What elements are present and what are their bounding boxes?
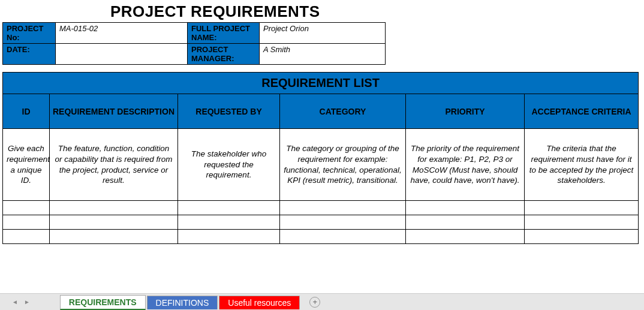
col-id: ID [3, 94, 50, 129]
value-date[interactable] [56, 44, 188, 65]
tab-requirements[interactable]: REQUIREMENTS [60, 295, 146, 310]
sheet-tab-bar: ◄ ► REQUIREMENTS DEFINITIONS Useful reso… [0, 293, 644, 310]
arrow-right-icon[interactable]: ► [24, 299, 30, 305]
hint-priority[interactable]: The priority of the requirement for exam… [406, 129, 525, 201]
tab-definitions[interactable]: DEFINITIONS [147, 296, 218, 309]
add-sheet-button[interactable]: + [309, 297, 320, 308]
label-project-no: PROJECT No: [3, 23, 56, 44]
col-req-by: REQUESTED BY [178, 94, 280, 129]
arrow-left-icon[interactable]: ◄ [12, 299, 18, 305]
label-date: DATE: [3, 44, 56, 65]
value-pm[interactable]: A Smith [260, 44, 386, 65]
requirement-table: REQUIREMENT LIST ID REQUIREMENT DESCRIPT… [2, 72, 639, 244]
table-row[interactable] [3, 230, 639, 244]
hint-category[interactable]: The category or grouping of the requirem… [280, 129, 406, 201]
hint-row: Give each requirement a unique ID. The f… [3, 129, 639, 201]
project-info-table: PROJECT No: MA-015-02 FULL PROJECT NAME:… [2, 22, 386, 65]
col-category: CATEGORY [280, 94, 406, 129]
section-header: REQUIREMENT LIST [3, 73, 639, 94]
label-full-name: FULL PROJECT NAME: [188, 23, 260, 44]
col-desc: REQUIREMENT DESCRIPTION [50, 94, 178, 129]
table-row[interactable] [3, 215, 639, 230]
page-title: PROJECT REQUIREMENTS [110, 2, 642, 21]
value-full-name[interactable]: Project Orion [260, 23, 386, 44]
label-pm: PROJECT MANAGER: [188, 44, 260, 65]
tab-nav-arrows[interactable]: ◄ ► [12, 299, 30, 305]
col-priority: PRIORITY [406, 94, 525, 129]
hint-req-by[interactable]: The stakeholder who requested the requir… [178, 129, 280, 201]
hint-desc[interactable]: The feature, function, condition or capa… [50, 129, 178, 201]
tab-resources[interactable]: Useful resources [219, 296, 300, 309]
value-project-no[interactable]: MA-015-02 [56, 23, 188, 44]
hint-acceptance[interactable]: The criteria that the requirement must h… [525, 129, 639, 201]
table-row[interactable] [3, 201, 639, 215]
hint-id[interactable]: Give each requirement a unique ID. [3, 129, 50, 201]
col-acceptance: ACCEPTANCE CRITERIA [525, 94, 639, 129]
